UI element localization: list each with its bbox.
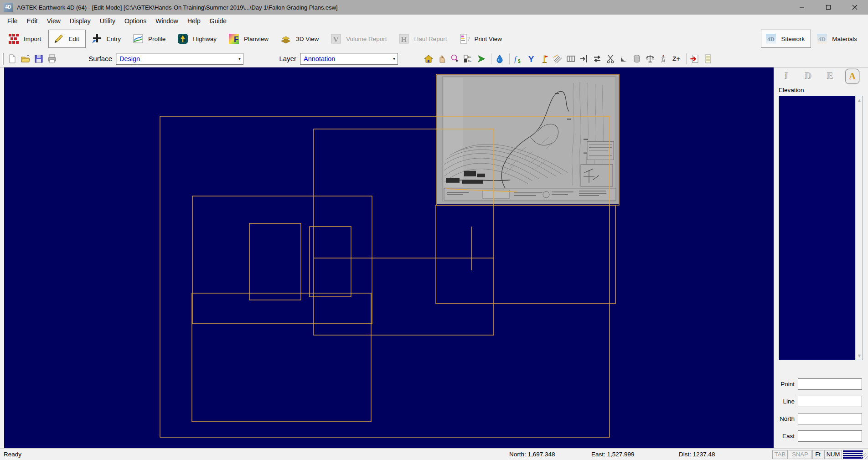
status-grip-stripes (843, 450, 863, 459)
pan-hand-icon[interactable] (436, 53, 448, 64)
secondary-toolbar: Surface Design ▾ Layer Annotation ▾ ExDe… (0, 50, 868, 67)
water-drop-icon[interactable] (494, 53, 506, 64)
wye-pipe-icon[interactable]: Y (525, 53, 537, 64)
sitework-button[interactable]: 4DSitework (761, 30, 811, 48)
minimize-button[interactable] (789, 0, 815, 15)
close-button[interactable] (842, 0, 868, 15)
svg-text:$: $ (518, 59, 521, 64)
app-window: 4D AGTEK Earthwork 4D (64) - [Edit Mode]… (0, 0, 868, 460)
menu-bar: FileEditViewDisplayUtilityOptionsWindowH… (0, 15, 868, 27)
toolbar-button-label: 3D View (296, 36, 319, 42)
right-panel: IDEA Elevation ▲ ▼ PointLineNorthEast (774, 67, 868, 448)
layer-label: Layer (275, 55, 296, 62)
pipe-cylinder-icon[interactable] (631, 53, 643, 64)
drawing-canvas[interactable] (4, 67, 774, 448)
profile-button[interactable]: Profile (128, 30, 172, 48)
mode-button-i[interactable]: I (780, 69, 794, 84)
hatch-area-icon[interactable] (552, 53, 563, 64)
menu-item-utility[interactable]: Utility (95, 16, 120, 26)
home-icon[interactable] (423, 53, 434, 64)
z-plus-icon[interactable]: Z+ (671, 53, 682, 64)
north-label: North (774, 413, 795, 424)
status-toggle-snap[interactable]: SNAP (789, 450, 811, 459)
chevron-down-icon[interactable]: ▾ (238, 53, 241, 64)
layer-combo-value: Annotation (300, 55, 335, 62)
planview-button[interactable]: FPlanview (224, 30, 275, 48)
mode-button-d[interactable]: D (801, 69, 816, 84)
entry-button[interactable]: Entry (87, 30, 128, 48)
slope-corner-icon[interactable] (618, 53, 630, 64)
status-toggle-num[interactable]: NUM (824, 450, 842, 459)
menu-item-file[interactable]: File (3, 16, 22, 26)
swap-arrows-icon[interactable] (591, 53, 603, 64)
save-icon[interactable] (33, 53, 45, 64)
east-input[interactable] (798, 430, 862, 442)
export-page-icon[interactable] (689, 53, 701, 64)
canvas-vectors (4, 67, 774, 448)
maximize-button[interactable] (815, 0, 842, 15)
window-title: AGTEK Earthwork 4D (64) - [Edit Mode] [C… (17, 4, 338, 11)
materials-button[interactable]: 4DMaterials (812, 30, 863, 48)
toolbar-button-label: Print View (475, 36, 502, 42)
cut-fill-toggle-icon[interactable]: ExDe (462, 53, 474, 64)
mode-button-a[interactable]: A (845, 69, 859, 84)
surface-combo[interactable]: Design ▾ (116, 53, 243, 65)
app-icon: 4D (4, 3, 13, 12)
menu-item-options[interactable]: Options (120, 16, 151, 26)
scroll-up-icon[interactable]: ▲ (856, 96, 863, 104)
open-folder-icon[interactable] (20, 53, 31, 64)
zoom-select-icon[interactable] (449, 53, 461, 64)
menu-item-window[interactable]: Window (151, 16, 183, 26)
menu-item-display[interactable]: Display (65, 16, 95, 26)
balance-scale-icon[interactable] (644, 53, 656, 64)
run-arrow-icon[interactable] (475, 53, 487, 64)
elevation-label: Elevation (779, 87, 804, 93)
structure-frame-icon[interactable] (565, 53, 577, 64)
elevation-listbox[interactable]: ▲ ▼ (779, 96, 863, 360)
grade-pole-icon[interactable] (538, 53, 550, 64)
volume-report-button: VVolume Report (326, 30, 393, 48)
import-button[interactable]: Import (4, 30, 47, 48)
chevron-down-icon[interactable]: ▾ (393, 53, 395, 64)
window-controls (789, 0, 868, 15)
mode-button-e[interactable]: E (823, 69, 837, 84)
toolbar-button-label: Import (24, 36, 41, 42)
highway-button[interactable]: Highway (173, 30, 223, 48)
svg-text:F: F (234, 35, 238, 44)
trim-scissors-icon[interactable] (604, 53, 616, 64)
menu-item-guide[interactable]: Guide (205, 16, 231, 26)
edit-button[interactable]: Edit (48, 30, 85, 48)
print-icon[interactable] (46, 53, 58, 64)
edit-pencil-icon (53, 33, 64, 44)
point-input[interactable] (798, 378, 862, 390)
push-measure-icon[interactable] (578, 53, 590, 64)
report-page-icon[interactable] (702, 53, 714, 64)
status-east: East: 1,527.999 (591, 449, 635, 460)
surface-combo-value: Design (116, 55, 140, 62)
scroll-down-icon[interactable]: ▼ (856, 351, 863, 360)
svg-text:H: H (401, 35, 407, 44)
status-message: Ready (4, 449, 21, 460)
plan-sheet-image[interactable] (437, 75, 619, 204)
menu-item-edit[interactable]: Edit (22, 16, 42, 26)
menu-item-help[interactable]: Help (183, 16, 205, 26)
svg-text:Ex: Ex (468, 56, 471, 58)
resize-grip[interactable] (861, 453, 868, 459)
elevation-scrollbar[interactable]: ▲ ▼ (855, 96, 863, 360)
profile-chart-icon (133, 33, 144, 44)
3d-view-button[interactable]: 3D View (276, 30, 325, 48)
north-input[interactable] (798, 413, 862, 424)
haul-report-button: HHaul Report (394, 30, 453, 48)
svg-text:4D: 4D (768, 36, 775, 42)
planview-icon: F (228, 33, 239, 44)
cost-function-icon[interactable]: f$ (512, 53, 524, 64)
line-input[interactable] (798, 396, 862, 407)
antenna-tower-icon[interactable] (657, 53, 669, 64)
print-view-button[interactable]: 7Print View (455, 30, 509, 48)
north-field-row: North (774, 413, 868, 424)
layer-combo[interactable]: Annotation ▾ (300, 53, 398, 65)
new-file-icon[interactable] (6, 53, 18, 64)
status-toggle-ft[interactable]: Ft (812, 450, 823, 459)
status-toggle-tab[interactable]: TAB (772, 450, 788, 459)
menu-item-view[interactable]: View (42, 16, 65, 26)
